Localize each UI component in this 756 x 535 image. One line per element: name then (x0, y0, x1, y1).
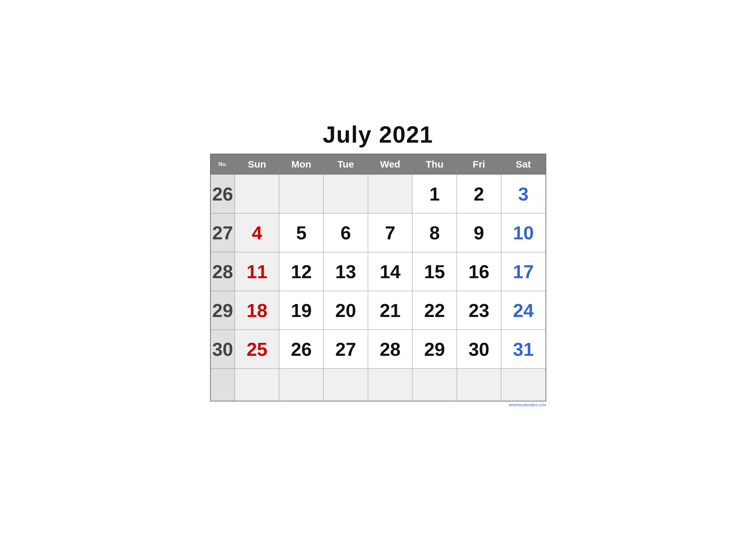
header-fri: Fri (457, 154, 501, 175)
calendar-day: 22 (413, 291, 457, 330)
calendar-day: 30 (457, 330, 501, 369)
calendar-day: 21 (368, 291, 413, 330)
calendar-day: 17 (501, 252, 546, 291)
calendar-day (457, 369, 501, 401)
calendar-day: 14 (368, 252, 413, 291)
header-wed: Wed (368, 154, 413, 175)
watermark: wheniscalendars.com (210, 403, 546, 407)
calendar-week-row (210, 369, 546, 401)
calendar-day: 27 (324, 330, 368, 369)
week-number: 26 (210, 175, 235, 213)
calendar-week-row: 2918192021222324 (210, 291, 546, 330)
week-number: 29 (210, 291, 235, 330)
calendar-day (501, 369, 546, 401)
calendar-day: 24 (501, 291, 546, 330)
header-sat: Sat (501, 154, 546, 175)
header-thu: Thu (413, 154, 457, 175)
calendar-day: 15 (413, 252, 457, 291)
calendar-day (279, 369, 324, 401)
calendar-title: July 2021 (210, 121, 546, 148)
header-tue: Tue (324, 154, 368, 175)
calendar-day (324, 369, 368, 401)
week-number: 28 (210, 252, 235, 291)
calendar-day: 2 (457, 175, 501, 213)
calendar-day: 3 (501, 175, 546, 213)
calendar-day (324, 175, 368, 213)
calendar-day: 12 (279, 252, 324, 291)
calendar-table: No. Sun Mon Tue Wed Thu Fri Sat 26123274… (210, 154, 546, 401)
calendar-day: 6 (324, 213, 368, 252)
calendar-day: 18 (235, 291, 279, 330)
calendar-day: 9 (457, 213, 501, 252)
calendar-day: 16 (457, 252, 501, 291)
calendar-day: 13 (324, 252, 368, 291)
calendar-day: 10 (501, 213, 546, 252)
calendar-day: 23 (457, 291, 501, 330)
calendar-day: 7 (368, 213, 413, 252)
calendar-day (368, 369, 413, 401)
calendar-week-row: 3025262728293031 (210, 330, 546, 369)
header-sun: Sun (235, 154, 279, 175)
calendar-day (235, 175, 279, 213)
week-number: 27 (210, 213, 235, 252)
calendar-week-row: 2745678910 (210, 213, 546, 252)
calendar-day (368, 175, 413, 213)
calendar-day (413, 369, 457, 401)
calendar-day: 26 (279, 330, 324, 369)
calendar-day: 19 (279, 291, 324, 330)
calendar-day: 29 (413, 330, 457, 369)
calendar-day: 5 (279, 213, 324, 252)
calendar-day: 20 (324, 291, 368, 330)
header-row: No. Sun Mon Tue Wed Thu Fri Sat (210, 154, 546, 175)
calendar-day: 28 (368, 330, 413, 369)
calendar-day: 4 (235, 213, 279, 252)
calendar-day (235, 369, 279, 401)
calendar-day: 31 (501, 330, 546, 369)
header-mon: Mon (279, 154, 324, 175)
calendar-day: 25 (235, 330, 279, 369)
calendar-day: 1 (413, 175, 457, 213)
week-number: 30 (210, 330, 235, 369)
calendar-day: 11 (235, 252, 279, 291)
week-number (210, 369, 235, 401)
calendar-week-row: 26123 (210, 175, 546, 213)
header-no: No. (210, 154, 235, 175)
calendar-week-row: 2811121314151617 (210, 252, 546, 291)
calendar-day: 8 (413, 213, 457, 252)
calendar-container: July 2021 No. Sun Mon Tue Wed Thu Fri Sa… (201, 115, 556, 420)
calendar-day (279, 175, 324, 213)
